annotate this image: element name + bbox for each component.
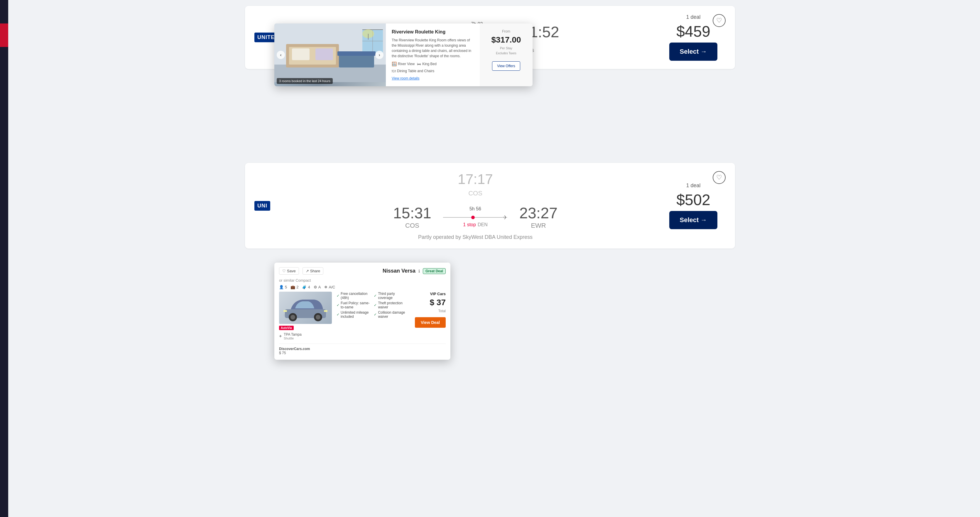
departure-time-2: 15:31 — [393, 204, 431, 222]
price-section-2: 1 deal $502 Select → — [661, 183, 725, 229]
hotel-per-stay: Per Stay — [500, 46, 512, 50]
hotel-popup: 3 rooms booked in the last 24 hours ‹ › … — [274, 24, 533, 86]
price-1: $459 — [676, 22, 710, 40]
king-bed-icon: 🛏 — [417, 62, 421, 66]
svg-rect-14 — [368, 34, 369, 40]
svg-rect-12 — [337, 51, 375, 56]
deal-count-1: 1 deal — [686, 14, 700, 20]
car-image — [279, 292, 332, 324]
check-icon-5: ✓ — [337, 312, 339, 317]
share-icon: ↗ — [306, 269, 309, 273]
plane-icon-2: ✈ — [503, 214, 508, 221]
car-brand-logo: AutoVia — [279, 326, 294, 330]
car-info-icon: ℹ — [418, 269, 420, 274]
car-subtitle: or similar Compact — [279, 278, 446, 283]
small-bag-icon: 💼 — [291, 285, 295, 289]
provider-name: DiscoverCars.com — [279, 347, 446, 351]
line-left-2 — [443, 217, 471, 218]
svg-rect-21 — [324, 310, 328, 312]
hotel-price-section: From $317.00 Per Stay Excludes Taxes Vie… — [480, 24, 533, 86]
spec-ac: ❄ A/C — [324, 285, 335, 289]
amenity-dining: 🍽 Dining Table and Chairs — [392, 68, 434, 73]
hotel-description: The Riverview Roulette King Room offers … — [392, 38, 474, 59]
car-popup-header: ♡ Save ↗ Share Nissan Versa ℹ Great Deal — [279, 267, 446, 275]
check-icon-2: ✓ — [374, 294, 377, 298]
check-icon-6: ✓ — [374, 312, 377, 317]
flight-line-2: ✈ — [443, 214, 508, 221]
passengers-icon: 👤 — [279, 285, 284, 289]
stop-label-2: 1 stop — [463, 222, 476, 227]
favorite-button-2[interactable]: ♡ — [713, 171, 725, 184]
dining-icon: 🍽 — [392, 68, 396, 73]
ac-icon: ❄ — [324, 285, 328, 289]
stop-airport-2: DEN — [478, 222, 488, 227]
hotel-booking-notice: 3 rooms booked in the last 24 hours — [277, 78, 333, 84]
car-feature-list: ✓ Free cancellation (48h) ✓ Third party … — [337, 292, 410, 319]
spec-passengers: 👤 5 — [279, 285, 287, 289]
large-bag-icon: 🧳 — [302, 285, 307, 289]
hotel-price: $317.00 — [491, 35, 521, 45]
feature-third-party: ✓ Third party coverage — [374, 292, 410, 300]
feature-collision: ✓ Collision damage waiver — [374, 310, 410, 319]
amenity-river-view: 🪟 River View — [392, 62, 415, 66]
hotel-image-section: 3 rooms booked in the last 24 hours ‹ › — [274, 24, 386, 86]
view-room-details-link[interactable]: View room details — [392, 76, 474, 80]
car-popup-footer: DiscoverCars.com $ 75 — [279, 344, 446, 355]
spec-large-bags: 🧳 4 — [302, 285, 310, 289]
svg-point-18 — [291, 315, 295, 320]
car-price-section: VIP Cars $ 37 Total View Deal — [415, 292, 446, 340]
svg-rect-22 — [283, 310, 287, 312]
feature-free-cancel: ✓ Free cancellation (48h) — [337, 292, 372, 300]
car-popup-body: AutoVia ✈ TPA Tampa Shuttle ✓ Free cance… — [279, 292, 446, 340]
operated-by-2: Partly operated by SkyWest DBA United Ex… — [418, 234, 533, 240]
flight-times-2: 17:17 COS 15:31 COS 5h 56 ✈ — [290, 171, 661, 240]
amenity-king-bed: 🛏 King Bed — [417, 62, 437, 66]
heart-icon: ♡ — [282, 269, 286, 273]
hotel-prev-btn[interactable]: ‹ — [277, 51, 285, 59]
vip-label: VIP Cars — [430, 292, 446, 296]
departure-airport-2: COS — [393, 222, 431, 229]
great-deal-badge: Great Deal — [423, 268, 446, 274]
hotel-excludes-taxes: Excludes Taxes — [496, 52, 516, 55]
price-2: $502 — [676, 191, 710, 208]
hotel-next-btn[interactable]: › — [375, 51, 383, 59]
car-price: $ 37 — [430, 298, 446, 307]
line-right-2 — [475, 217, 503, 218]
check-icon-4: ✓ — [374, 303, 377, 307]
amenity-label-bed: King Bed — [422, 62, 437, 66]
hotel-amenities: 🪟 River View 🛏 King Bed 🍽 Dining Table a… — [392, 62, 474, 73]
amenity-label-dining: Dining Table and Chairs — [397, 69, 434, 73]
flight-card-2: UNI 17:17 COS 15:31 COS 5h 56 — [245, 163, 735, 248]
view-offers-button[interactable]: View Offers — [492, 61, 520, 71]
car-location: ✈ TPA Tampa Shuttle — [279, 332, 332, 340]
partial-arrival: 17:17 — [458, 171, 493, 187]
car-features-section: ✓ Free cancellation (48h) ✓ Third party … — [337, 292, 410, 340]
car-save-btn[interactable]: ♡ Save — [279, 267, 299, 275]
check-icon-3: ✓ — [337, 303, 339, 307]
hotel-from-label: From — [502, 29, 510, 33]
airline-logo-2: UNI — [255, 201, 290, 211]
hotel-name: Riverview Roulette King — [392, 29, 474, 35]
sidebar-strip — [0, 0, 8, 517]
car-total-label: Total — [438, 309, 446, 313]
transmission-icon: ⚙ — [313, 285, 317, 289]
car-specs: 👤 5 💼 2 🧳 4 ⚙ A ❄ A/C — [279, 285, 446, 289]
hotel-details-section: Riverview Roulette King The Riverview Ro… — [386, 24, 480, 86]
select-button-2[interactable]: Select → — [669, 211, 718, 229]
duration-2: 5h 56 — [469, 206, 481, 212]
red-accent-strip — [0, 24, 8, 47]
select-button-1[interactable]: Select → — [669, 43, 718, 61]
amenity-label-river: River View — [398, 62, 415, 66]
car-actions: ♡ Save ↗ Share — [279, 267, 323, 275]
arrival-airport-2: EWR — [519, 222, 557, 229]
spec-small-bags: 💼 2 — [291, 285, 298, 289]
deal-count-2: 1 deal — [686, 183, 700, 189]
svg-rect-9 — [292, 48, 310, 60]
view-deal-button[interactable]: View Deal — [415, 317, 446, 328]
favorite-button-1[interactable]: ♡ — [713, 14, 725, 27]
partial-airport: COS — [468, 189, 482, 197]
check-icon-1: ✓ — [337, 294, 339, 298]
car-rental-popup: ♡ Save ↗ Share Nissan Versa ℹ Great Deal… — [274, 262, 450, 360]
car-share-btn[interactable]: ↗ Share — [302, 267, 324, 275]
spec-transmission: ⚙ A — [313, 285, 321, 289]
